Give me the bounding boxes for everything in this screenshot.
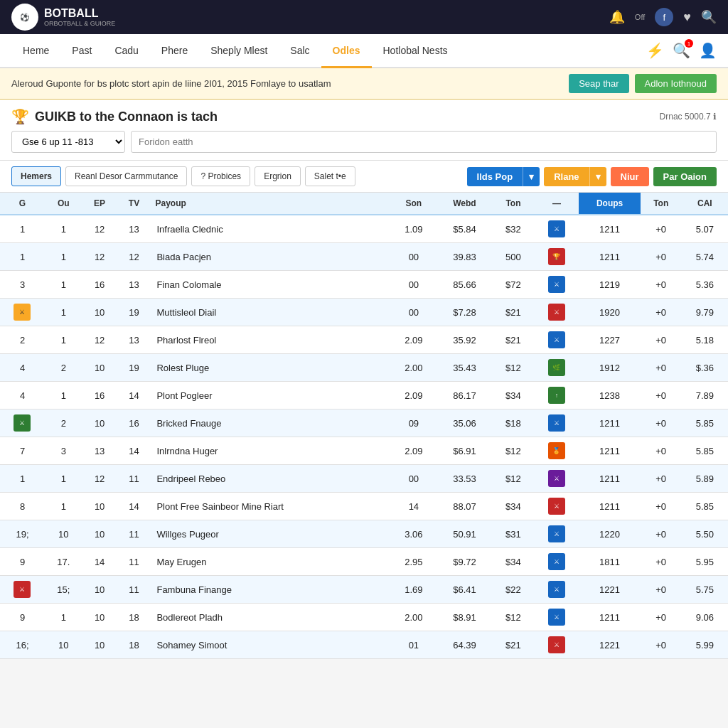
cell-logo: ⚔ [534,576,579,604]
table-row[interactable]: 19; 10 10 11 Willges Pugeor 3.06 50.91 $… [0,520,728,548]
table-container: G Ou EP TV Payoup Son Webd Ton — Doups T… [0,193,728,659]
table-row[interactable]: 2 1 12 13 Pharlost Flreol 2.09 35.92 $21… [0,326,728,354]
col-doups[interactable]: Doups [579,193,640,215]
nav-search-icon[interactable]: 🔍1 [673,42,690,59]
cell-cai: 5.74 [682,243,728,271]
logo-area: ⚽ BOTBALL ORBOTBALL & GUIORE [11,4,115,31]
cell-ton: $12 [492,604,534,631]
cell-ton: 500 [492,243,534,271]
filter-select[interactable]: Gse 6 up 11 -813 [11,131,125,153]
par-oaion-button[interactable]: Par Oaion [653,167,717,186]
cell-logo: 🏅 [534,437,579,465]
table-row[interactable]: 9 17. 14 11 May Erugen 2.95 $9.72 $34 ⚔ … [0,548,728,576]
cell-webd: $8.91 [437,604,493,631]
cell-webd: $7.28 [437,299,493,326]
table-row[interactable]: 9 1 10 18 Bodlereot Pladh 2.00 $8.91 $12… [0,604,728,631]
cell-doups: 1920 [579,299,640,326]
facebook-icon[interactable]: f [655,8,673,26]
cell-doups: 1221 [579,576,640,604]
row-logo: ⚔ [14,414,31,432]
table-row[interactable]: 1 1 12 12 Biada Pacjen 00 39.83 500 🏆 12… [0,243,728,271]
cell-ton2: +0 [641,576,682,604]
cell-doups: 1211 [579,493,640,520]
reanl-button[interactable]: Reanl Desor Carmmutance [65,166,187,186]
nav-item-cadu[interactable]: Cadu [103,35,149,68]
cell-ton: $34 [492,548,534,576]
cell-son: 2.09 [390,382,437,410]
search-badge: 1 [685,39,693,48]
nav-item-past[interactable]: Past [60,35,103,68]
cell-ep: 12 [82,326,117,354]
ergrion-button[interactable]: Ergrion [255,166,301,186]
table-row[interactable]: ⚔ 2 10 16 Bricked Fnauge 09 35.06 $18 ⚔ … [0,410,728,437]
cell-tv: 13 [117,326,151,354]
logo-sub-text: ORBOTBALL & GUIORE [44,20,115,27]
nav-item-odles[interactable]: Odles [321,35,372,68]
table-row[interactable]: 1 1 12 13 Infraella Clednic 1.09 $5.84 $… [0,215,728,243]
cell-son: 1.69 [390,576,437,604]
table-row[interactable]: 16; 10 10 18 Sohamey Simoot 01 64.39 $21… [0,631,728,659]
table-header-row: G Ou EP TV Payoup Son Webd Ton — Doups T… [0,193,728,215]
search-icon[interactable]: 🔍 [701,9,717,25]
cell-ton: $21 [492,299,534,326]
col-ou: Ou [45,193,82,215]
table-row[interactable]: 4 1 16 14 Plont Pogleer 2.09 86.17 $34 ↑… [0,382,728,410]
cell-ou: 10 [45,631,82,659]
team-logo: ⚔ [548,609,565,626]
nav-item-salc[interactable]: Salc [279,35,321,68]
col-dash: — [534,193,579,215]
toolbar: Hemers Reanl Desor Carmmutance ? Probice… [0,161,728,193]
cell-son: 2.09 [390,437,437,465]
nav-user-icon[interactable]: 👤 [699,42,717,59]
salet-button[interactable]: Salet t•e [305,166,355,186]
cell-logo: ⚔ [534,520,579,548]
cell-g: 9 [0,604,45,631]
nav-item-hotlobal[interactable]: Hotlobal Nests [372,35,459,68]
cell-son: 2.00 [390,604,437,631]
search-input[interactable] [131,131,717,153]
cell-cai: 5.99 [682,631,728,659]
team-logo: ↑ [548,387,565,404]
nav-flash-icon[interactable]: ⚡ [646,42,664,59]
cell-ton2: +0 [641,299,682,326]
nav-item-phere[interactable]: Phere [150,35,199,68]
cell-webd: 39.83 [437,243,493,271]
probices-button[interactable]: ? Probices [191,166,250,186]
table-body: 1 1 12 13 Infraella Clednic 1.09 $5.84 $… [0,215,728,659]
logo-icon: ⚽ [11,4,38,31]
cell-ton2: +0 [641,548,682,576]
table-row[interactable]: ⚔ 1 10 19 Muttisleol Diail 00 $7.28 $21 … [0,299,728,326]
table-row[interactable]: 7 3 13 14 Inlrndna Huger 2.09 $6.91 $12 … [0,437,728,465]
rlane-dropdown[interactable]: ▾ [589,167,606,186]
col-ton: Ton [492,193,534,215]
nav-item-sheply[interactable]: Sheply Mlest [199,35,279,68]
niur-button[interactable]: Niur [611,167,649,186]
main-table: G Ou EP TV Payoup Son Webd Ton — Doups T… [0,193,728,659]
cell-name: Muttisleol Diail [151,299,390,326]
cell-doups: 1211 [579,410,640,437]
cell-name: Pharlost Flreol [151,326,390,354]
heart-icon[interactable]: ♥ [683,10,691,25]
notify-icon[interactable]: 🔔 [609,9,625,25]
table-row[interactable]: ⚔ 15; 10 11 Fambuna Finange 1.69 $6.41 $… [0,576,728,604]
table-row[interactable]: 3 1 16 13 Finan Colomale 00 85.66 $72 ⚔ … [0,271,728,299]
cell-name: Biada Pacjen [151,243,390,271]
cell-g: 8 [0,493,45,520]
seap-thar-button[interactable]: Seap thar [569,74,628,93]
rlane-button[interactable]: Rlane [544,167,589,186]
ids-pop-dropdown[interactable]: ▾ [523,167,540,186]
table-row[interactable]: 8 1 10 14 Plont Free Sainbeor Mine Riart… [0,493,728,520]
ids-pop-button[interactable]: Ilds Pop [467,167,523,186]
cell-doups: 1220 [579,520,640,548]
cell-ton2: +0 [641,437,682,465]
adlon-iothnoud-button[interactable]: Adlon Iothnoud [635,74,717,93]
cell-doups: 1238 [579,382,640,410]
hemers-button[interactable]: Hemers [11,166,61,186]
table-row[interactable]: 1 1 12 11 Endripeel Rebeo 00 33.53 $12 ⚔… [0,465,728,493]
cell-ton: $18 [492,410,534,437]
nav-item-heme[interactable]: Heme [11,35,60,68]
cell-ton2: +0 [641,215,682,243]
cell-logo: ⚔ [534,493,579,520]
table-row[interactable]: 4 2 10 19 Rolest Pluge 2.00 35.43 $12 🌿 … [0,354,728,382]
cell-ou: 2 [45,354,82,382]
